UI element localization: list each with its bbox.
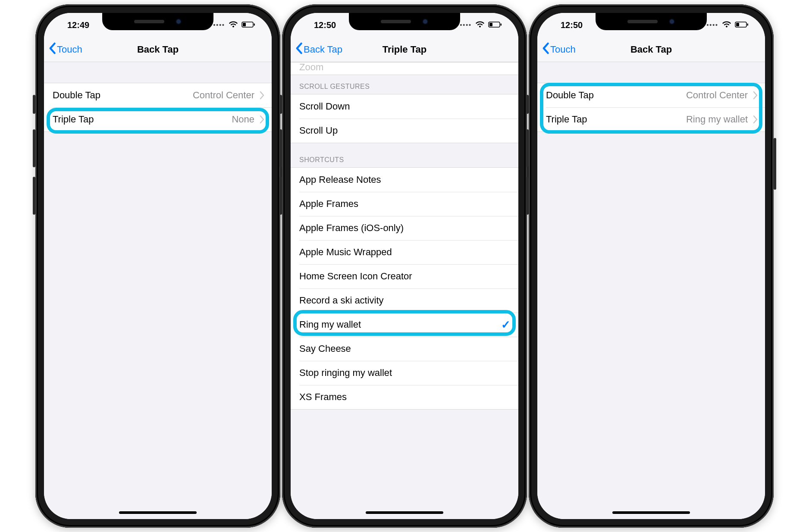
back-button[interactable]: Touch <box>48 37 82 62</box>
chevron-right-icon <box>753 91 758 100</box>
svg-rect-8 <box>747 23 749 25</box>
content: Double Tap Control Center Triple Tap Non… <box>44 62 272 519</box>
back-button[interactable]: Back Tap <box>295 37 342 62</box>
svg-rect-1 <box>243 23 246 26</box>
wifi-icon <box>229 20 238 30</box>
battery-icon <box>488 20 502 30</box>
page-title: Back Tap <box>630 44 672 55</box>
content[interactable]: Zoom SCROLL GESTURES Scroll Down Scroll … <box>291 62 518 519</box>
phone-1: 12:49 •••• Touch Back Tap Double Tap Con… <box>35 4 280 528</box>
nav-bar: Touch Back Tap <box>537 37 765 62</box>
nav-bar: Back Tap Triple Tap <box>291 37 518 62</box>
row-label: Triple Tap <box>53 114 94 125</box>
phone-3: 12:50 •••• Touch Back Tap Double Tap Con… <box>529 4 774 528</box>
back-label: Touch <box>550 44 576 55</box>
row-value: Control Center <box>686 90 748 101</box>
row-triple-tap[interactable]: Triple Tap None <box>44 107 272 131</box>
notch <box>102 13 213 30</box>
status-time: 12:50 <box>305 20 336 30</box>
status-time: 12:49 <box>59 20 89 30</box>
row-option[interactable]: Scroll Down <box>291 94 518 119</box>
row-option[interactable]: Say Cheese <box>291 337 518 361</box>
row-double-tap[interactable]: Double Tap Control Center <box>537 83 765 107</box>
row-value: Control Center <box>193 90 254 101</box>
content: Double Tap Control Center Triple Tap Rin… <box>537 62 765 519</box>
cellular-dots-icon: •••• <box>213 22 225 28</box>
shortcuts-list: App Release Notes Apple Frames Apple Fra… <box>291 167 518 410</box>
svg-rect-2 <box>254 23 255 25</box>
chevron-left-icon <box>295 42 303 57</box>
row-label: Say Cheese <box>299 343 351 354</box>
row-label: Triple Tap <box>546 114 587 125</box>
back-label: Touch <box>57 44 82 55</box>
back-label: Back Tap <box>304 44 342 55</box>
row-label: XS Frames <box>299 391 347 403</box>
back-button[interactable]: Touch <box>542 37 576 62</box>
row-label: App Release Notes <box>299 174 381 185</box>
row-label: Scroll Down <box>299 101 350 112</box>
cellular-dots-icon: •••• <box>706 22 718 28</box>
home-indicator[interactable] <box>366 511 443 514</box>
row-label: Ring my wallet <box>299 319 361 330</box>
row-value: Ring my wallet <box>686 114 748 125</box>
row-option[interactable]: Apple Frames (iOS-only) <box>291 216 518 240</box>
row-option[interactable]: XS Frames <box>291 385 518 409</box>
row-option[interactable]: Zoom <box>291 63 518 75</box>
checkmark-icon: ✓ <box>501 318 511 332</box>
row-label: Apple Music Wrapped <box>299 247 392 258</box>
row-option[interactable]: Stop ringing my wallet <box>291 361 518 385</box>
row-label: Double Tap <box>53 90 100 101</box>
phone-2: 12:50 •••• Back Tap Triple Tap Zoom SCRO… <box>282 4 527 528</box>
battery-icon <box>735 20 749 30</box>
row-label: Record a ski activity <box>299 295 384 306</box>
row-label: Home Screen Icon Creator <box>299 271 412 282</box>
row-value: None <box>232 114 254 125</box>
row-label: Apple Frames (iOS-only) <box>299 222 404 234</box>
status-time: 12:50 <box>552 20 583 30</box>
svg-rect-4 <box>489 23 492 26</box>
row-label: Apple Frames <box>299 198 358 210</box>
svg-rect-5 <box>501 23 502 25</box>
nav-bar: Touch Back Tap <box>44 37 272 62</box>
wifi-icon <box>722 20 731 30</box>
row-option[interactable]: Apple Frames <box>291 192 518 216</box>
page-title: Triple Tap <box>383 44 426 55</box>
notch <box>349 13 460 30</box>
svg-rect-7 <box>736 23 739 26</box>
section-header-shortcuts: SHORTCUTS <box>291 143 518 167</box>
row-label: Zoom <box>299 63 323 73</box>
row-option[interactable]: Home Screen Icon Creator <box>291 264 518 288</box>
scroll-gestures-list: Scroll Down Scroll Up <box>291 94 518 143</box>
chevron-left-icon <box>48 42 56 57</box>
row-option[interactable]: Record a ski activity <box>291 288 518 313</box>
notch <box>596 13 707 30</box>
chevron-right-icon <box>260 115 265 124</box>
row-option-selected[interactable]: Ring my wallet ✓ <box>291 313 518 337</box>
home-indicator[interactable] <box>612 511 690 514</box>
row-option[interactable]: App Release Notes <box>291 168 518 192</box>
row-label: Scroll Up <box>299 125 338 136</box>
row-double-tap[interactable]: Double Tap Control Center <box>44 83 272 107</box>
wifi-icon <box>475 20 485 30</box>
section-header-scroll-gestures: SCROLL GESTURES <box>291 75 518 94</box>
cellular-dots-icon: •••• <box>460 22 472 28</box>
home-indicator[interactable] <box>119 511 197 514</box>
chevron-right-icon <box>753 115 758 124</box>
page-title: Back Tap <box>137 44 179 55</box>
row-option[interactable]: Scroll Up <box>291 119 518 143</box>
row-label: Stop ringing my wallet <box>299 367 392 379</box>
row-option[interactable]: Apple Music Wrapped <box>291 240 518 264</box>
chevron-right-icon <box>260 91 265 100</box>
row-label: Double Tap <box>546 90 594 101</box>
chevron-left-icon <box>542 42 549 57</box>
battery-icon <box>241 20 255 30</box>
row-triple-tap[interactable]: Triple Tap Ring my wallet <box>537 107 765 131</box>
